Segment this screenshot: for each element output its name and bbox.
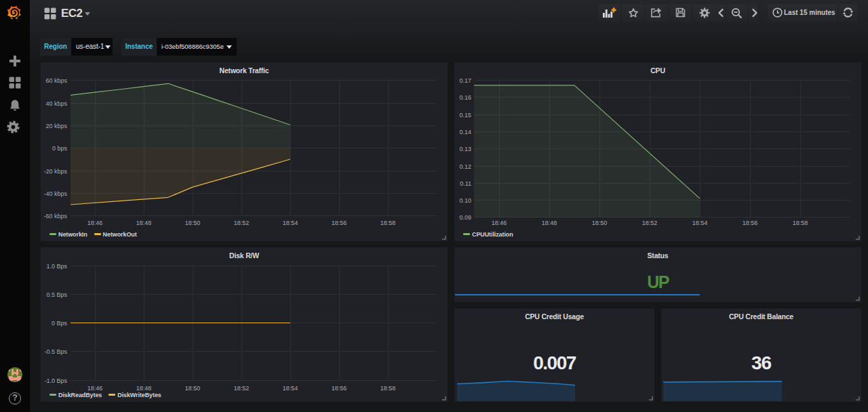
svg-text:18:52: 18:52 (642, 220, 658, 226)
svg-text:-1.0 Bps: -1.0 Bps (44, 377, 67, 384)
svg-text:18:52: 18:52 (234, 220, 250, 226)
svg-text:20 kbps: 20 kbps (45, 123, 67, 129)
svg-text:18:46: 18:46 (87, 385, 103, 392)
svg-text:0.15: 0.15 (459, 112, 471, 119)
svg-text:18:48: 18:48 (136, 385, 152, 392)
svg-text:40 kbps: 40 kbps (45, 100, 67, 107)
svg-text:18:56: 18:56 (332, 220, 347, 226)
svg-text:0.09: 0.09 (459, 214, 471, 221)
svg-text:18:54: 18:54 (692, 220, 708, 226)
svg-text:18:52: 18:52 (234, 385, 250, 392)
svg-text:0.16: 0.16 (459, 94, 471, 101)
svg-text:18:48: 18:48 (542, 220, 557, 226)
svg-text:18:58: 18:58 (380, 220, 396, 226)
svg-text:0.11: 0.11 (460, 180, 471, 187)
svg-text:0.12: 0.12 (459, 163, 471, 170)
svg-text:0.5 Bps: 0.5 Bps (46, 291, 67, 298)
svg-text:0.14: 0.14 (459, 129, 471, 136)
svg-text:1.0 Bps: 1.0 Bps (46, 263, 67, 270)
svg-text:-0.5 Bps: -0.5 Bps (44, 348, 67, 355)
svg-text:18:54: 18:54 (283, 385, 298, 392)
svg-text:18:46: 18:46 (492, 220, 507, 226)
svg-text:0.10: 0.10 (459, 197, 471, 204)
svg-text:0 bps: 0 bps (52, 145, 68, 152)
svg-text:18:48: 18:48 (136, 220, 152, 226)
svg-text:-40 kbps: -40 kbps (43, 190, 67, 197)
svg-text:-20 kbps: -20 kbps (43, 168, 67, 175)
svg-text:0.17: 0.17 (459, 77, 471, 84)
svg-text:18:56: 18:56 (743, 220, 758, 226)
svg-text:18:50: 18:50 (185, 220, 201, 226)
svg-text:0 Bps: 0 Bps (52, 320, 68, 327)
svg-text:18:46: 18:46 (87, 220, 103, 226)
svg-text:18:58: 18:58 (793, 220, 808, 226)
svg-text:18:54: 18:54 (283, 220, 298, 226)
svg-text:-60 kbps: -60 kbps (43, 213, 67, 220)
svg-text:60 kbps: 60 kbps (45, 77, 67, 84)
svg-text:0.13: 0.13 (459, 146, 471, 152)
svg-text:18:50: 18:50 (592, 220, 608, 226)
svg-text:18:50: 18:50 (185, 385, 201, 392)
svg-text:18:56: 18:56 (332, 385, 347, 392)
svg-text:18:58: 18:58 (380, 385, 396, 392)
